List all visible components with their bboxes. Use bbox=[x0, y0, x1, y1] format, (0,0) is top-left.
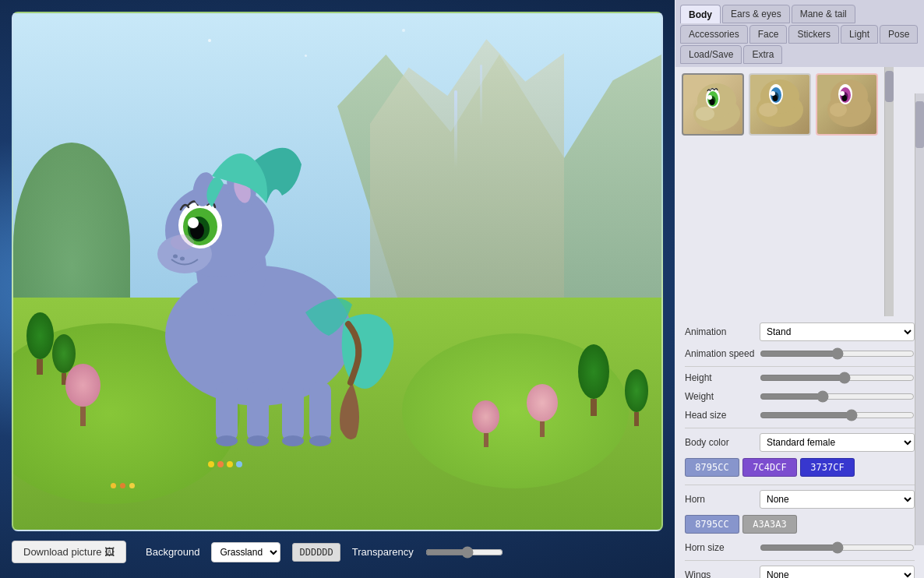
weight-row: Weight bbox=[685, 390, 915, 403]
background-label: Background bbox=[146, 546, 199, 558]
horn-size-row: Horn size bbox=[685, 541, 915, 554]
weight-slider[interactable] bbox=[760, 390, 915, 403]
eye-thumbnail-2[interactable] bbox=[749, 73, 811, 136]
tab-stickers[interactable]: Stickers bbox=[788, 25, 839, 44]
panel-scrollbar-track[interactable] bbox=[915, 93, 924, 545]
controls-area: Animation Stand Walk Run Jump Animation … bbox=[675, 316, 924, 578]
svg-point-19 bbox=[309, 435, 331, 446]
head-size-label: Head size bbox=[685, 410, 755, 421]
blossom-tree-1 bbox=[65, 364, 101, 426]
head-size-slider[interactable] bbox=[760, 409, 915, 421]
thumb-svg-1 bbox=[689, 81, 744, 136]
animation-select[interactable]: Stand Walk Run Jump bbox=[760, 322, 915, 341]
wings-label: Wings bbox=[685, 569, 755, 578]
eye-thumb-inner-2 bbox=[750, 75, 809, 134]
svg-rect-12 bbox=[216, 382, 238, 441]
horn-size-label: Horn size bbox=[685, 542, 755, 553]
svg-point-37 bbox=[773, 95, 778, 101]
wings-select[interactable]: None Pegasus Alicorn bbox=[760, 566, 915, 578]
tab-light[interactable]: Light bbox=[841, 25, 878, 44]
canvas-bottom-bar: Download picture 🖼 Background Grassland … bbox=[12, 537, 663, 566]
background-color-box[interactable]: DDDDDD bbox=[292, 543, 340, 562]
svg-point-17 bbox=[247, 435, 269, 446]
body-color-row: Body color Standard female Standard male… bbox=[685, 433, 915, 452]
flowers-1 bbox=[208, 461, 242, 467]
body-color-1[interactable]: 8795CC bbox=[685, 458, 739, 477]
height-label: Height bbox=[685, 372, 755, 383]
tab-mane-tail[interactable]: Mane & tail bbox=[792, 5, 855, 23]
tree-right-1 bbox=[578, 344, 609, 416]
horn-color-boxes: 8795CC A3A3A3 bbox=[685, 515, 915, 534]
animation-speed-slider[interactable] bbox=[760, 347, 915, 360]
horn-row: Horn None Unicorn Alicorn bbox=[685, 490, 915, 509]
canvas-area: Download picture 🖼 Background Grassland … bbox=[0, 0, 675, 578]
body-color-label: Body color bbox=[685, 437, 755, 448]
tree-left-1 bbox=[26, 312, 54, 375]
svg-point-22 bbox=[180, 256, 185, 260]
pony-illustration bbox=[111, 118, 407, 453]
animation-speed-row: Animation speed bbox=[685, 347, 915, 360]
height-row: Height bbox=[685, 372, 915, 384]
tabs-row-1: Body Ears & eyes Mane & tail bbox=[675, 0, 924, 23]
weight-label: Weight bbox=[685, 391, 755, 402]
eye-thumbnail-1[interactable] bbox=[682, 73, 744, 136]
svg-rect-13 bbox=[247, 382, 269, 441]
body-color-boxes: 8795CC 7C4DCF 3737CF bbox=[685, 458, 915, 477]
thumbnail-scrollbar[interactable] bbox=[884, 67, 894, 316]
flowers-2 bbox=[111, 483, 135, 488]
horn-color-2[interactable]: A3A3A3 bbox=[742, 515, 797, 534]
head-size-row: Head size bbox=[685, 409, 915, 421]
animation-row: Animation Stand Walk Run Jump bbox=[685, 322, 915, 341]
thumbnails-area bbox=[675, 67, 884, 316]
svg-point-21 bbox=[173, 254, 178, 258]
horn-label: Horn bbox=[685, 494, 755, 505]
tabs-row-2: Accessories Face Stickers Light Pose bbox=[675, 23, 924, 44]
transparency-slider[interactable] bbox=[425, 546, 503, 559]
svg-point-41 bbox=[830, 103, 847, 117]
eye-thumbnail-3[interactable] bbox=[816, 73, 878, 136]
tab-pose[interactable]: Pose bbox=[880, 25, 918, 44]
star-1 bbox=[208, 39, 211, 42]
svg-point-46 bbox=[840, 91, 845, 96]
divider-1 bbox=[685, 366, 915, 367]
svg-point-29 bbox=[710, 99, 714, 105]
svg-point-8 bbox=[188, 217, 199, 228]
waterfall-2 bbox=[480, 65, 482, 127]
animation-label: Animation bbox=[685, 326, 755, 337]
tab-body[interactable]: Body bbox=[680, 5, 721, 23]
horn-color-1[interactable]: 8795CC bbox=[685, 515, 739, 534]
svg-point-16 bbox=[216, 435, 238, 446]
svg-point-25 bbox=[696, 107, 714, 121]
pony-canvas[interactable] bbox=[12, 12, 663, 531]
panel-scrollbar-thumb[interactable] bbox=[915, 101, 924, 148]
background-select[interactable]: Grassland Forest Castle Space Beach bbox=[211, 542, 280, 562]
animation-speed-label: Animation speed bbox=[685, 348, 755, 359]
tab-extra[interactable]: Extra bbox=[743, 45, 782, 64]
body-color-3[interactable]: 3737CF bbox=[800, 458, 855, 477]
body-color-select[interactable]: Standard female Standard male Custom bbox=[760, 433, 915, 452]
blossom-tree-2 bbox=[527, 384, 558, 437]
height-slider[interactable] bbox=[760, 372, 915, 384]
svg-rect-14 bbox=[282, 382, 304, 441]
svg-point-30 bbox=[707, 95, 712, 100]
thumb-svg-3 bbox=[820, 77, 874, 132]
tab-accessories[interactable]: Accessories bbox=[680, 25, 748, 44]
horn-size-slider[interactable] bbox=[760, 541, 915, 554]
tab-ears-eyes[interactable]: Ears & eyes bbox=[722, 5, 790, 23]
tab-face[interactable]: Face bbox=[749, 25, 788, 44]
tabs-row-3: Load/Save Extra bbox=[675, 44, 924, 67]
eye-thumb-inner-3 bbox=[817, 75, 876, 134]
transparency-label: Transparency bbox=[352, 546, 414, 558]
tree-right-2 bbox=[625, 369, 648, 426]
tab-load-save[interactable]: Load/Save bbox=[680, 45, 742, 64]
svg-point-45 bbox=[842, 95, 847, 101]
wings-row: Wings None Pegasus Alicorn bbox=[685, 566, 915, 578]
divider-3 bbox=[685, 485, 915, 485]
divider-4 bbox=[685, 560, 915, 561]
right-panel: Body Ears & eyes Mane & tail Accessories… bbox=[675, 0, 924, 578]
svg-rect-15 bbox=[309, 382, 331, 441]
waterfall bbox=[454, 90, 457, 168]
body-color-2[interactable]: 7C4DCF bbox=[742, 458, 797, 477]
download-button[interactable]: Download picture 🖼 bbox=[12, 541, 126, 563]
horn-select[interactable]: None Unicorn Alicorn bbox=[760, 490, 915, 509]
